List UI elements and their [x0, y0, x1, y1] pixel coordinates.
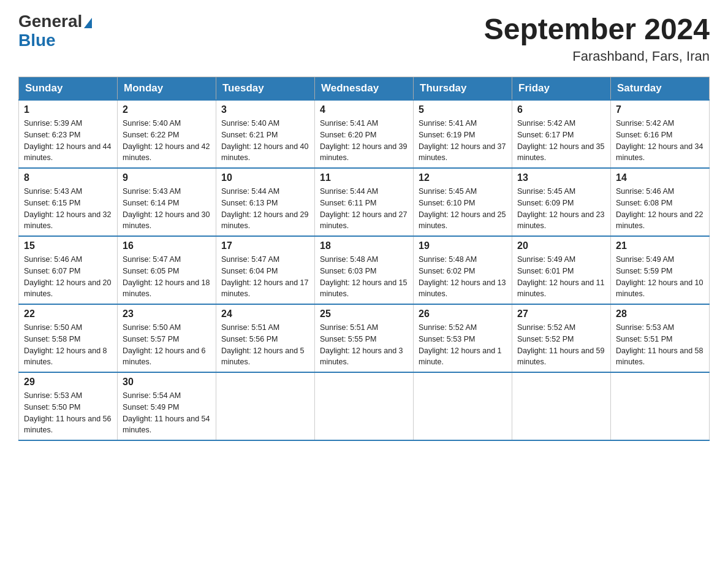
day-number: 9 — [123, 172, 211, 183]
calendar-cell — [414, 372, 512, 440]
calendar-header-row: Sunday Monday Tuesday Wednesday Thursday… — [19, 77, 710, 101]
day-info: Sunrise: 5:44 AMSunset: 6:13 PMDaylight:… — [221, 186, 309, 232]
day-number: 8 — [24, 172, 112, 183]
day-number: 30 — [123, 377, 211, 388]
calendar-week-row-4: 22 Sunrise: 5:50 AMSunset: 5:58 PMDaylig… — [19, 304, 710, 372]
col-friday: Friday — [512, 77, 611, 101]
day-info: Sunrise: 5:48 AMSunset: 6:02 PMDaylight:… — [419, 254, 507, 300]
day-number: 20 — [517, 240, 605, 251]
day-info: Sunrise: 5:52 AMSunset: 5:52 PMDaylight:… — [517, 322, 605, 368]
day-info: Sunrise: 5:47 AMSunset: 6:04 PMDaylight:… — [221, 254, 309, 300]
day-number: 14 — [616, 172, 704, 183]
day-info: Sunrise: 5:52 AMSunset: 5:53 PMDaylight:… — [419, 322, 507, 368]
calendar-cell: 15 Sunrise: 5:46 AMSunset: 6:07 PMDaylig… — [19, 236, 118, 304]
calendar-cell: 27 Sunrise: 5:52 AMSunset: 5:52 PMDaylig… — [512, 304, 611, 372]
calendar-cell: 22 Sunrise: 5:50 AMSunset: 5:58 PMDaylig… — [19, 304, 118, 372]
col-monday: Monday — [118, 77, 216, 101]
day-number: 28 — [616, 308, 704, 320]
day-info: Sunrise: 5:47 AMSunset: 6:05 PMDaylight:… — [123, 254, 211, 300]
day-number: 11 — [320, 172, 408, 183]
day-number: 19 — [419, 240, 507, 251]
calendar-cell: 30 Sunrise: 5:54 AMSunset: 5:49 PMDaylig… — [118, 372, 216, 440]
day-info: Sunrise: 5:50 AMSunset: 5:57 PMDaylight:… — [123, 322, 211, 368]
calendar-cell: 16 Sunrise: 5:47 AMSunset: 6:05 PMDaylig… — [118, 236, 216, 304]
calendar-cell: 11 Sunrise: 5:44 AMSunset: 6:11 PMDaylig… — [315, 168, 414, 236]
day-info: Sunrise: 5:41 AMSunset: 6:20 PMDaylight:… — [320, 118, 408, 164]
day-number: 5 — [419, 104, 507, 115]
calendar-cell: 25 Sunrise: 5:51 AMSunset: 5:55 PMDaylig… — [315, 304, 414, 372]
day-info: Sunrise: 5:44 AMSunset: 6:11 PMDaylight:… — [320, 186, 408, 232]
day-info: Sunrise: 5:45 AMSunset: 6:10 PMDaylight:… — [419, 186, 507, 232]
calendar-cell: 19 Sunrise: 5:48 AMSunset: 6:02 PMDaylig… — [414, 236, 512, 304]
day-number: 29 — [24, 377, 112, 388]
day-info: Sunrise: 5:48 AMSunset: 6:03 PMDaylight:… — [320, 254, 408, 300]
day-number: 27 — [517, 308, 605, 320]
calendar-cell: 3 Sunrise: 5:40 AMSunset: 6:21 PMDayligh… — [216, 100, 315, 168]
day-number: 13 — [517, 172, 605, 183]
day-info: Sunrise: 5:43 AMSunset: 6:15 PMDaylight:… — [24, 186, 112, 232]
day-info: Sunrise: 5:42 AMSunset: 6:17 PMDaylight:… — [517, 118, 605, 164]
day-number: 17 — [221, 240, 309, 251]
page-header: General Blue September 2024 Farashband, … — [18, 12, 710, 64]
day-number: 15 — [24, 240, 112, 251]
day-info: Sunrise: 5:51 AMSunset: 5:56 PMDaylight:… — [221, 322, 309, 368]
calendar-cell: 4 Sunrise: 5:41 AMSunset: 6:20 PMDayligh… — [315, 100, 414, 168]
logo-text-general: General — [18, 12, 82, 31]
calendar-cell: 24 Sunrise: 5:51 AMSunset: 5:56 PMDaylig… — [216, 304, 315, 372]
calendar-cell: 8 Sunrise: 5:43 AMSunset: 6:15 PMDayligh… — [19, 168, 118, 236]
logo: General Blue — [18, 12, 92, 50]
day-number: 1 — [24, 104, 112, 115]
day-number: 2 — [123, 104, 211, 115]
calendar-cell: 14 Sunrise: 5:46 AMSunset: 6:08 PMDaylig… — [611, 168, 710, 236]
col-thursday: Thursday — [414, 77, 512, 101]
day-info: Sunrise: 5:46 AMSunset: 6:07 PMDaylight:… — [24, 254, 112, 300]
day-number: 21 — [616, 240, 704, 251]
calendar-table: Sunday Monday Tuesday Wednesday Thursday… — [18, 77, 710, 441]
day-info: Sunrise: 5:54 AMSunset: 5:49 PMDaylight:… — [123, 390, 211, 436]
day-info: Sunrise: 5:49 AMSunset: 5:59 PMDaylight:… — [616, 254, 704, 300]
col-tuesday: Tuesday — [216, 77, 315, 101]
calendar-cell: 9 Sunrise: 5:43 AMSunset: 6:14 PMDayligh… — [118, 168, 216, 236]
calendar-cell: 23 Sunrise: 5:50 AMSunset: 5:57 PMDaylig… — [118, 304, 216, 372]
calendar-cell: 28 Sunrise: 5:53 AMSunset: 5:51 PMDaylig… — [611, 304, 710, 372]
calendar-cell: 13 Sunrise: 5:45 AMSunset: 6:09 PMDaylig… — [512, 168, 611, 236]
day-number: 7 — [616, 104, 704, 115]
calendar-week-row-1: 1 Sunrise: 5:39 AMSunset: 6:23 PMDayligh… — [19, 100, 710, 168]
day-info: Sunrise: 5:41 AMSunset: 6:19 PMDaylight:… — [419, 118, 507, 164]
day-number: 24 — [221, 308, 309, 320]
calendar-cell: 26 Sunrise: 5:52 AMSunset: 5:53 PMDaylig… — [414, 304, 512, 372]
calendar-cell: 18 Sunrise: 5:48 AMSunset: 6:03 PMDaylig… — [315, 236, 414, 304]
day-info: Sunrise: 5:42 AMSunset: 6:16 PMDaylight:… — [616, 118, 704, 164]
col-wednesday: Wednesday — [315, 77, 414, 101]
day-number: 25 — [320, 308, 408, 320]
calendar-cell: 7 Sunrise: 5:42 AMSunset: 6:16 PMDayligh… — [611, 100, 710, 168]
calendar-cell: 2 Sunrise: 5:40 AMSunset: 6:22 PMDayligh… — [118, 100, 216, 168]
calendar-cell — [512, 372, 611, 440]
calendar-cell: 5 Sunrise: 5:41 AMSunset: 6:19 PMDayligh… — [414, 100, 512, 168]
day-info: Sunrise: 5:43 AMSunset: 6:14 PMDaylight:… — [123, 186, 211, 232]
day-info: Sunrise: 5:49 AMSunset: 6:01 PMDaylight:… — [517, 254, 605, 300]
calendar-cell: 29 Sunrise: 5:53 AMSunset: 5:50 PMDaylig… — [19, 372, 118, 440]
day-number: 23 — [123, 308, 211, 320]
calendar-cell: 10 Sunrise: 5:44 AMSunset: 6:13 PMDaylig… — [216, 168, 315, 236]
day-info: Sunrise: 5:46 AMSunset: 6:08 PMDaylight:… — [616, 186, 704, 232]
day-number: 3 — [221, 104, 309, 115]
calendar-cell: 6 Sunrise: 5:42 AMSunset: 6:17 PMDayligh… — [512, 100, 611, 168]
day-info: Sunrise: 5:53 AMSunset: 5:51 PMDaylight:… — [616, 322, 704, 368]
calendar-week-row-5: 29 Sunrise: 5:53 AMSunset: 5:50 PMDaylig… — [19, 372, 710, 440]
day-info: Sunrise: 5:40 AMSunset: 6:21 PMDaylight:… — [221, 118, 309, 164]
title-section: September 2024 Farashband, Fars, Iran — [484, 12, 710, 64]
day-number: 26 — [419, 308, 507, 320]
col-sunday: Sunday — [19, 77, 118, 101]
day-number: 18 — [320, 240, 408, 251]
day-info: Sunrise: 5:45 AMSunset: 6:09 PMDaylight:… — [517, 186, 605, 232]
logo-triangle-icon — [84, 18, 92, 28]
day-number: 22 — [24, 308, 112, 320]
calendar-cell — [611, 372, 710, 440]
calendar-cell: 17 Sunrise: 5:47 AMSunset: 6:04 PMDaylig… — [216, 236, 315, 304]
day-info: Sunrise: 5:53 AMSunset: 5:50 PMDaylight:… — [24, 390, 112, 436]
day-number: 16 — [123, 240, 211, 251]
logo-text-blue: Blue — [18, 31, 56, 50]
month-title: September 2024 — [484, 12, 710, 46]
day-info: Sunrise: 5:40 AMSunset: 6:22 PMDaylight:… — [123, 118, 211, 164]
